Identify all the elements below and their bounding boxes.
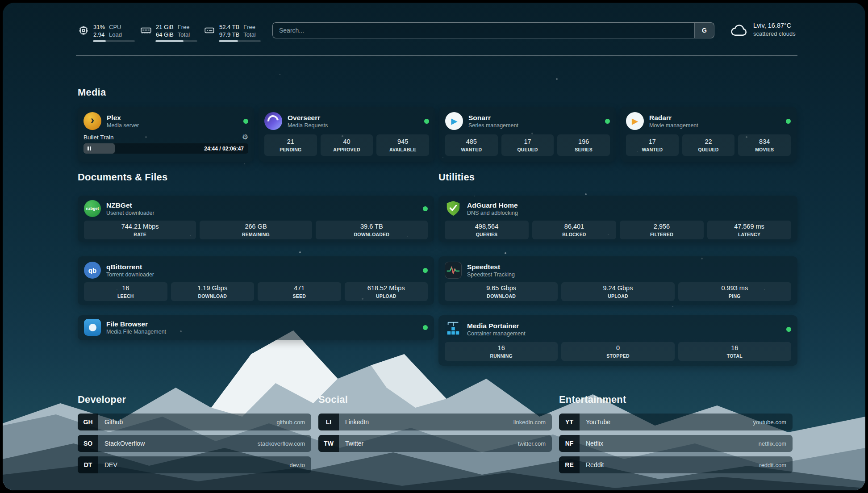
disk-total: 97.9 TB <box>219 31 239 38</box>
app-name: Radarr <box>649 113 698 122</box>
stat-running: 16RUNNING <box>445 342 558 361</box>
bookmark-abbr: DT <box>78 456 98 473</box>
bookmark-netflix[interactable]: NF Netflix netflix.com <box>559 435 793 452</box>
ram-usage-bar <box>155 40 197 42</box>
playback-progress-bar: 24:44 / 02:06:47 <box>83 143 248 154</box>
sonarr-card[interactable]: ▶ Sonarr Series management 485WANTED 17Q… <box>439 107 616 162</box>
plex-card[interactable]: › Plex Media server Bullet Train ⚙ 24:44… <box>78 107 254 162</box>
dashboard-screen: 31% 2.94 CPU Load 21 GiB 64 GiB Free Tot… <box>3 3 865 490</box>
search-bar: G <box>272 22 714 38</box>
stat-remaining: 266 GBREMAINING <box>200 221 312 239</box>
pause-icon[interactable] <box>88 146 91 150</box>
stat-stopped: 0STOPPED <box>561 342 674 361</box>
app-name: AdGuard Home <box>467 201 518 209</box>
stat-seed: 471SEED <box>258 282 341 301</box>
stat-queued: 17QUEUED <box>501 134 554 156</box>
developer-section-title: Developer <box>78 394 126 405</box>
filebrowser-card[interactable]: File Browser Media File Management <box>78 315 434 340</box>
bookmark-abbr: GH <box>78 414 98 430</box>
playback-time: 24:44 / 02:06:47 <box>204 143 244 154</box>
overseerr-icon <box>264 112 282 130</box>
radarr-icon: ▶ <box>626 112 644 130</box>
topbar-divider <box>76 55 797 56</box>
app-description: Media File Management <box>106 328 166 335</box>
status-online-dot <box>423 325 428 330</box>
stat-upload: 618.52 MbpsUPLOAD <box>345 282 428 301</box>
cpu-percent: 31% <box>93 23 105 31</box>
cpu-usage-bar <box>93 40 135 42</box>
nzbget-card[interactable]: nzbget NZBGet Usenet downloader 744.21 M… <box>78 196 434 242</box>
entertainment-bookmarks: YT YouTube youtube.com NF Netflix netfli… <box>559 414 793 478</box>
stat-filtered: 2,956FILTERED <box>620 221 704 239</box>
bookmark-abbr: NF <box>559 435 580 452</box>
stat-queries: 498,564QUERIES <box>445 221 529 239</box>
app-description: Movie management <box>649 122 698 129</box>
adguard-card[interactable]: AdGuard Home DNS and adblocking 498,564Q… <box>438 196 797 242</box>
app-name: Overseerr <box>288 113 328 122</box>
overseerr-card[interactable]: Overseerr Media Requests 21PENDING 40APP… <box>259 107 435 162</box>
status-online-dot <box>605 119 610 124</box>
playback-progress-fill <box>83 143 115 154</box>
ram-icon <box>140 25 152 36</box>
speedtest-card[interactable]: Speedtest Speedtest Tracking 9.65 GbpsDO… <box>438 256 797 305</box>
qbittorrent-card[interactable]: qb qBittorrent Torrent downloader 16LEEC… <box>78 256 434 305</box>
portainer-card[interactable]: Media Portainer Container management 16R… <box>438 315 797 366</box>
media-section-title: Media <box>78 87 106 98</box>
disk-metric: 52.4 TB 97.9 TB Free Total <box>204 23 256 38</box>
app-name: qBittorrent <box>106 263 154 271</box>
app-description: Series management <box>468 122 518 129</box>
bookmark-abbr: SO <box>78 435 98 452</box>
speedtest-icon <box>445 262 462 279</box>
radarr-card[interactable]: ▶ Radarr Movie management 17WANTED 22QUE… <box>620 107 797 162</box>
stat-available: 945AVAILABLE <box>376 134 429 156</box>
search-input[interactable] <box>273 23 694 38</box>
stat-total: 16TOTAL <box>678 342 791 361</box>
ram-total: 64 GiB <box>156 31 174 38</box>
social-section-title: Social <box>318 394 348 405</box>
app-description: Torrent downloader <box>106 271 154 278</box>
utilities-section-title: Utilities <box>438 171 475 183</box>
app-name: NZBGet <box>106 201 154 209</box>
app-description: Media server <box>107 122 139 129</box>
bookmark-linkedin[interactable]: LI LinkedIn linkedin.com <box>318 414 552 430</box>
stat-pending: 21PENDING <box>264 134 317 156</box>
bookmark-youtube[interactable]: YT YouTube youtube.com <box>559 414 793 430</box>
weather-condition: scattered clouds <box>753 30 796 38</box>
stat-wanted: 485WANTED <box>445 134 498 156</box>
stat-ping: 0.993 msPING <box>678 282 791 301</box>
bookmark-stackoverflow[interactable]: SO StackOverflow stackoverflow.com <box>78 435 311 452</box>
stat-queued: 22QUEUED <box>682 134 735 156</box>
cpu-loadavg: 2.94 <box>93 31 105 38</box>
stat-upload: 9.24 GbpsUPLOAD <box>561 282 674 301</box>
app-description: Speedtest Tracking <box>467 271 515 278</box>
documents-section-title: Documents & Files <box>78 171 167 183</box>
developer-bookmarks: GH Github github.com SO StackOverflow st… <box>78 414 311 478</box>
cpu-metric: 31% 2.94 CPU Load <box>78 23 122 38</box>
cloud-icon <box>730 22 748 37</box>
status-online-dot <box>424 119 429 124</box>
app-name: Sonarr <box>468 113 518 122</box>
app-description: Usenet downloader <box>106 209 154 217</box>
stat-wanted: 17WANTED <box>626 134 679 156</box>
gear-icon[interactable]: ⚙ <box>242 134 248 141</box>
app-name: Speedtest <box>467 263 515 271</box>
bookmark-reddit[interactable]: RE Reddit reddit.com <box>559 456 793 473</box>
stat-movies: 834MOVIES <box>738 134 791 156</box>
cpu-chip-icon <box>78 25 89 36</box>
bookmark-dev[interactable]: DT DEV dev.to <box>78 456 311 473</box>
portainer-crane-icon <box>445 321 462 338</box>
status-online-dot <box>786 327 791 332</box>
bookmark-twitter[interactable]: TW Twitter twitter.com <box>318 435 552 452</box>
stat-download: 9.65 GbpsDOWNLOAD <box>445 282 558 301</box>
bookmark-abbr: RE <box>559 456 580 473</box>
stat-latency: 47.569 msLATENCY <box>707 221 791 239</box>
weather-location: Lviv, 16.87°C <box>753 21 796 30</box>
snow-particles <box>3 3 4 4</box>
stat-approved: 40APPROVED <box>321 134 373 156</box>
status-online-dot <box>423 206 428 211</box>
bookmark-github[interactable]: GH Github github.com <box>78 414 311 430</box>
entertainment-section-title: Entertainment <box>559 394 626 405</box>
search-engine-button[interactable]: G <box>694 23 714 38</box>
bookmark-abbr: YT <box>559 414 580 430</box>
qbittorrent-icon: qb <box>84 262 101 279</box>
